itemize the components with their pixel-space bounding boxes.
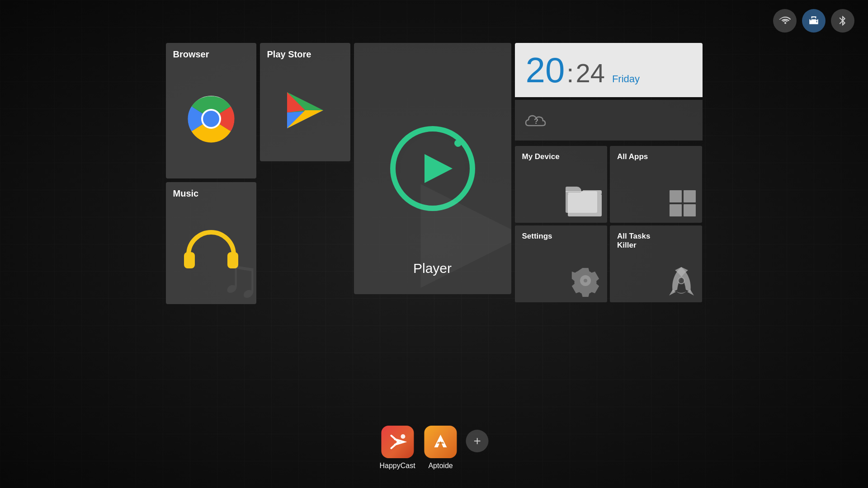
my-device-label: My Device bbox=[522, 152, 560, 161]
ethernet-icon[interactable] bbox=[802, 9, 826, 33]
add-dock-button[interactable]: + bbox=[466, 430, 489, 452]
headphones-icon bbox=[182, 229, 241, 274]
svg-point-2 bbox=[203, 111, 219, 127]
clock-widget: 20 : 24 Friday bbox=[515, 43, 703, 97]
win-grid-cell-2 bbox=[684, 190, 696, 202]
svg-text:?: ? bbox=[534, 117, 538, 125]
browser-tile[interactable]: Browser bbox=[166, 43, 256, 178]
apps-layout: Browser bbox=[166, 43, 703, 304]
playstore-icon bbox=[283, 90, 328, 131]
spacer bbox=[260, 165, 350, 287]
player-tile-inner[interactable]: Player ▶ bbox=[354, 43, 511, 294]
all-apps-label: All Apps bbox=[617, 152, 648, 161]
tiles-grid: My Device All Apps bbox=[515, 146, 703, 302]
clock-minute: 24 bbox=[576, 60, 605, 86]
aptoide-dock-item[interactable]: Aptoide bbox=[425, 426, 457, 470]
happycast-dock-item[interactable]: HappyCast bbox=[379, 426, 415, 470]
gear-icon bbox=[567, 263, 604, 299]
all-apps-tile[interactable]: All Apps bbox=[610, 146, 702, 223]
svg-point-11 bbox=[678, 277, 684, 284]
clock-colon: : bbox=[566, 60, 574, 86]
svg-point-12 bbox=[401, 434, 405, 439]
happycast-icon bbox=[381, 426, 414, 458]
weather-widget[interactable]: ? bbox=[515, 100, 703, 141]
add-icon: + bbox=[473, 434, 481, 448]
win-grid-icon bbox=[670, 190, 696, 216]
music-label: Music bbox=[173, 188, 199, 199]
bluetooth-icon[interactable] bbox=[831, 9, 854, 33]
main-container: Browser bbox=[0, 0, 868, 488]
all-tasks-killer-label: All TasksKiller bbox=[617, 232, 650, 250]
player-tile[interactable]: Player ▶ bbox=[354, 43, 511, 294]
aptoide-label: Aptoide bbox=[428, 462, 453, 470]
win-grid-cell-1 bbox=[670, 190, 682, 202]
playstore-icon-area bbox=[267, 63, 343, 157]
win-grid-cell-3 bbox=[670, 204, 682, 216]
music-tile[interactable]: Music ♫ bbox=[166, 182, 256, 304]
rocket-icon bbox=[665, 265, 698, 299]
clock-display: 20 : 24 Friday bbox=[526, 52, 640, 88]
svg-rect-3 bbox=[184, 252, 195, 268]
wifi-icon[interactable] bbox=[773, 9, 797, 33]
win-grid-cell-4 bbox=[684, 204, 696, 216]
aptoide-icon bbox=[425, 426, 457, 458]
playstore-tile[interactable]: Play Store bbox=[260, 43, 350, 161]
player-icon bbox=[387, 123, 478, 214]
playstore-label: Play Store bbox=[267, 49, 311, 60]
settings-label: Settings bbox=[522, 232, 552, 241]
my-device-tile[interactable]: My Device bbox=[515, 146, 607, 223]
svg-rect-10 bbox=[568, 194, 602, 216]
settings-tile[interactable]: Settings bbox=[515, 225, 607, 302]
right-panel: 20 : 24 Friday ? My Device bbox=[515, 43, 703, 302]
all-tasks-killer-tile[interactable]: All TasksKiller bbox=[610, 225, 702, 302]
clock-hour: 20 bbox=[526, 52, 565, 88]
player-label: Player bbox=[354, 261, 511, 276]
svg-rect-4 bbox=[227, 252, 238, 268]
happycast-label: HappyCast bbox=[379, 462, 415, 470]
dock: HappyCast Aptoide + bbox=[379, 426, 488, 470]
folder-svg-icon bbox=[568, 189, 602, 217]
browser-label: Browser bbox=[173, 49, 209, 60]
status-bar bbox=[773, 9, 854, 33]
browser-icon-area bbox=[173, 63, 249, 174]
chrome-icon bbox=[186, 94, 236, 144]
music-icon-area bbox=[173, 202, 249, 300]
clock-day: Friday bbox=[612, 73, 640, 85]
weather-icon: ? bbox=[524, 110, 549, 131]
